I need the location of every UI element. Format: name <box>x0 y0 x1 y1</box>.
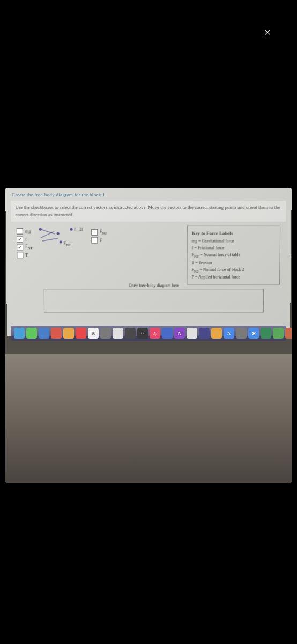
diagram-box-label: Draw free-body diagram here <box>127 283 181 288</box>
dock-app-icon[interactable] <box>187 328 197 339</box>
page-header: Create the free-body diagram for the blo… <box>5 188 292 200</box>
key-item: T = Tension <box>191 260 275 267</box>
dock-finder-icon[interactable] <box>14 328 25 339</box>
photo-preview: Create the free-body diagram for the blo… <box>5 188 292 483</box>
close-button[interactable]: × <box>259 24 276 40</box>
checkbox-column-right: FN2 F <box>91 227 107 244</box>
vector-label-f: f <box>74 227 76 232</box>
dock-bluetooth-icon[interactable]: ✱ <box>248 328 259 339</box>
checkbox-fnt[interactable] <box>17 244 23 250</box>
checkbox-label-mg: mg <box>25 229 31 233</box>
key-title: Key to Force Labels <box>192 230 276 237</box>
checkbox-label-t: T <box>25 253 28 258</box>
vector-dot[interactable] <box>70 228 72 231</box>
dock-app-icon[interactable] <box>199 328 210 339</box>
vector-label-fnt: FNT <box>63 241 71 247</box>
checkbox-row-fnt: FNT <box>17 244 33 250</box>
vector-dot[interactable] <box>56 232 59 235</box>
dock-app-icon[interactable] <box>211 328 222 339</box>
dock-app-icon[interactable] <box>162 328 173 339</box>
key-item: f = Frictional force <box>192 245 276 252</box>
instructions: Use the checkboxes to select the correct… <box>11 201 286 222</box>
key-item: F = Applied horizontal force <box>191 274 275 281</box>
dock-music-icon[interactable]: ♫ <box>150 328 160 339</box>
dock-appstore-icon[interactable]: A <box>224 328 234 339</box>
dock-onenote-icon[interactable]: N <box>174 328 185 339</box>
vector-line <box>42 238 58 241</box>
checkbox-row-mg: mg <box>17 228 33 235</box>
checkbox-F[interactable] <box>91 237 98 244</box>
dock-appletv-icon[interactable]: tv <box>137 328 148 339</box>
dock-mail-icon[interactable] <box>51 328 62 339</box>
dock-app-icon[interactable] <box>236 328 247 339</box>
dock-safari-icon[interactable] <box>39 328 49 339</box>
vector-line <box>40 231 54 238</box>
vector-dot[interactable] <box>60 241 62 244</box>
dock-app-icon[interactable] <box>285 328 292 339</box>
dock-app-icon[interactable] <box>125 328 136 339</box>
checkbox-row-fn2: FN2 <box>91 229 107 236</box>
dock-app-icon[interactable] <box>100 328 111 339</box>
macos-dock: 10 tv ♫ N A ✱ <box>11 326 286 341</box>
key-legend: Key to Force Labels mg = Gravitational f… <box>187 226 280 285</box>
dock-app-icon[interactable] <box>261 328 271 339</box>
key-item: FNT = Normal force of table <box>192 252 276 260</box>
checkbox-mg[interactable] <box>17 228 23 235</box>
vector-label-2f: 2f <box>79 227 83 232</box>
dock-app-icon[interactable] <box>113 328 123 339</box>
dock-calendar-icon[interactable]: 10 <box>88 328 99 339</box>
key-item: mg = Gravitational force <box>192 238 276 245</box>
free-body-diagram-box[interactable]: Draw free-body diagram here <box>44 289 264 312</box>
checkbox-label-fn2: FN2 <box>100 229 107 236</box>
checkbox-column-left: mg f FNT T <box>17 226 33 285</box>
checkbox-f[interactable] <box>17 236 23 243</box>
checkbox-label-fnt: FNT <box>25 244 33 250</box>
desk-surface: Admin. <box>5 354 292 483</box>
key-item: FN2 = Normal force of block 2 <box>191 267 275 275</box>
checkbox-row-t: T <box>17 252 33 258</box>
checkbox-row-f: f <box>17 236 33 243</box>
dock-app-icon[interactable] <box>76 328 86 339</box>
checkbox-t[interactable] <box>17 252 23 258</box>
vector-diagram[interactable]: f 2f FNT FN2 F <box>38 226 181 258</box>
computer-screen: Create the free-body diagram for the blo… <box>5 188 292 336</box>
dock-photos-icon[interactable] <box>63 328 74 339</box>
checkbox-label-F: F <box>100 238 102 243</box>
checkbox-row-F: F <box>91 237 107 244</box>
checkbox-label-f: f <box>25 237 27 241</box>
dock-app-icon[interactable] <box>273 328 284 339</box>
dock-messages-icon[interactable] <box>26 328 37 339</box>
main-content: mg f FNT T <box>6 226 291 285</box>
checkbox-fn2[interactable] <box>91 229 98 236</box>
